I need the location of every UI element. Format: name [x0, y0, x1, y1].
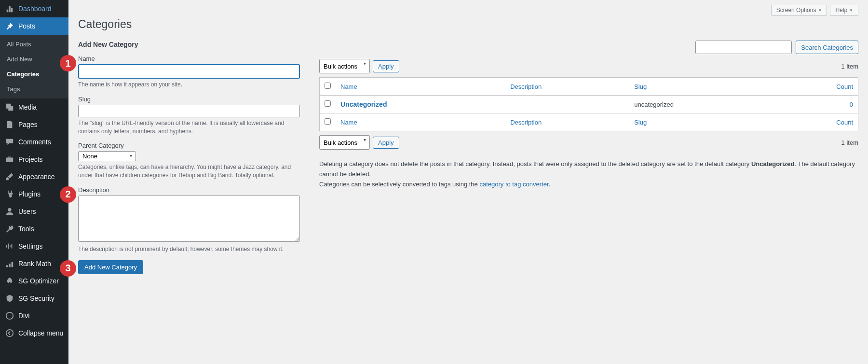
media-icon: [5, 102, 14, 112]
menu-label: Settings: [18, 242, 43, 250]
submenu-add-new[interactable]: Add New: [0, 52, 68, 67]
table-row: Uncategorized — uncategorized 0: [320, 96, 858, 113]
menu-label: Rank Math: [18, 260, 51, 267]
menu-label: SG Security: [18, 294, 54, 302]
select-all-bottom[interactable]: [325, 118, 331, 125]
field-slug: Slug The "slug" is the URL-friendly vers…: [78, 96, 300, 136]
description-input[interactable]: [78, 196, 300, 242]
callout-3: 3: [60, 260, 76, 277]
row-name-link[interactable]: Uncategorized: [340, 100, 387, 108]
menu-appearance[interactable]: Appearance: [0, 168, 68, 185]
deletion-note: Deleting a category does not delete the …: [319, 159, 858, 189]
field-description: 2 Description The description is not pro…: [78, 186, 300, 253]
page-icon: [5, 120, 14, 129]
menu-label: Appearance: [18, 173, 55, 181]
menu-label: Users: [18, 208, 36, 215]
plug-icon: [5, 189, 14, 199]
submenu-tags[interactable]: Tags: [0, 82, 68, 97]
menu-tools[interactable]: Tools: [0, 220, 68, 238]
col-count-foot[interactable]: Count: [836, 119, 853, 126]
submenu-all-posts[interactable]: All Posts: [0, 37, 68, 52]
row-description: —: [505, 96, 629, 113]
pin-icon: [5, 21, 14, 31]
comment-icon: [5, 137, 14, 147]
parent-hint: Categories, unlike tags, can have a hier…: [78, 163, 300, 180]
menu-pages[interactable]: Pages: [0, 116, 68, 133]
menu-comments[interactable]: Comments: [0, 133, 68, 151]
col-name-foot[interactable]: Name: [340, 119, 357, 126]
menu-media[interactable]: Media: [0, 98, 68, 116]
rocket-icon: [5, 276, 14, 286]
menu-users[interactable]: Users: [0, 203, 68, 220]
col-slug-foot[interactable]: Slug: [634, 119, 647, 126]
add-category-button[interactable]: Add New Category: [78, 260, 143, 274]
menu-label: Media: [18, 103, 37, 111]
field-submit: 3 Add New Category: [78, 260, 300, 274]
screen-meta-links: Screen Options ▼ Help ▼: [78, 5, 858, 16]
menu-label: Comments: [18, 138, 51, 146]
tag-converter-link[interactable]: category to tag converter: [479, 181, 548, 188]
menu-collapse[interactable]: Collapse menu: [0, 324, 68, 342]
menu-label: Pages: [18, 121, 38, 128]
main-content: Screen Options ▼ Help ▼ Categories Add N…: [68, 0, 868, 364]
bulk-actions-top: Bulk actions Apply 1 item: [319, 59, 858, 73]
menu-posts[interactable]: Posts: [0, 17, 68, 35]
shield-icon: [5, 294, 14, 303]
menu-plugins[interactable]: Plugins: [0, 185, 68, 203]
name-label: Name: [78, 55, 300, 62]
search-categories-button[interactable]: Search Categories: [796, 41, 858, 54]
chevron-down-icon: ▼: [849, 8, 853, 13]
chevron-down-icon: ▼: [818, 8, 822, 13]
page-title: Categories: [78, 18, 858, 31]
svg-point-1: [6, 312, 13, 319]
col-description[interactable]: Description: [510, 83, 542, 90]
screen-options-button[interactable]: Screen Options ▼: [771, 5, 827, 16]
apply-button-bottom[interactable]: Apply: [373, 137, 399, 149]
bulk-actions-bottom: Bulk actions Apply 1 item: [319, 135, 858, 150]
posts-submenu: All Posts Add New Categories Tags: [0, 35, 68, 98]
menu-divi[interactable]: Divi: [0, 307, 68, 324]
col-name[interactable]: Name: [340, 83, 357, 90]
menu-label: Plugins: [18, 190, 41, 198]
col-slug[interactable]: Slug: [634, 83, 647, 90]
row-checkbox[interactable]: [325, 100, 331, 107]
bulk-action-select-top[interactable]: Bulk actions: [319, 59, 370, 73]
slug-input[interactable]: [78, 105, 300, 117]
menu-sgoptimizer[interactable]: SG Optimizer: [0, 272, 68, 290]
item-count-bottom: 1 item: [841, 139, 858, 146]
description-label: Description: [78, 186, 300, 194]
add-category-form: Add New Category 1 Name The name is how …: [78, 41, 300, 281]
col-description-foot[interactable]: Description: [510, 119, 542, 126]
submenu-categories[interactable]: Categories: [0, 67, 68, 82]
menu-dashboard[interactable]: Dashboard: [0, 0, 68, 17]
row-count-link[interactable]: 0: [850, 101, 853, 108]
category-list-panel: Search Categories Bulk actions Apply 1 i…: [319, 41, 858, 281]
menu-settings[interactable]: Settings: [0, 238, 68, 255]
row-slug: uncategorized: [629, 96, 777, 113]
bulk-action-select-bottom[interactable]: Bulk actions: [319, 135, 370, 150]
menu-label: SG Optimizer: [18, 277, 59, 285]
collapse-icon: [5, 328, 14, 338]
divi-icon: [5, 311, 14, 321]
name-input[interactable]: [78, 64, 300, 79]
menu-sgsecurity[interactable]: SG Security: [0, 290, 68, 307]
menu-label: Dashboard: [18, 5, 52, 13]
callout-1: 1: [60, 55, 76, 71]
item-count-top: 1 item: [841, 63, 858, 70]
select-all-top[interactable]: [325, 83, 331, 89]
form-heading: Add New Category: [78, 41, 300, 48]
menu-rankmath[interactable]: Rank Math: [0, 255, 68, 272]
menu-projects[interactable]: Projects: [0, 151, 68, 168]
svg-point-0: [8, 208, 11, 211]
menu-label: Tools: [18, 225, 34, 233]
svg-point-2: [6, 330, 13, 336]
apply-button-top[interactable]: Apply: [373, 60, 399, 72]
field-parent: Parent Category None Categories, unlike …: [78, 142, 300, 180]
search-input[interactable]: [695, 41, 792, 54]
col-count[interactable]: Count: [836, 83, 853, 90]
dashboard-icon: [5, 4, 14, 14]
help-button[interactable]: Help ▼: [830, 5, 858, 16]
settings-icon: [5, 241, 14, 251]
parent-select[interactable]: None: [78, 151, 136, 161]
menu-label: Divi: [18, 312, 29, 320]
